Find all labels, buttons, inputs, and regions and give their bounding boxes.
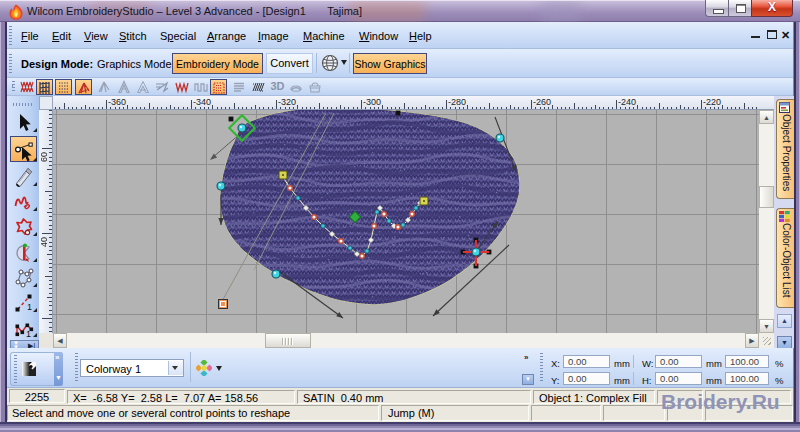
svg-text:1: 1 [27, 302, 32, 312]
svg-text:1: 1 [26, 329, 31, 338]
